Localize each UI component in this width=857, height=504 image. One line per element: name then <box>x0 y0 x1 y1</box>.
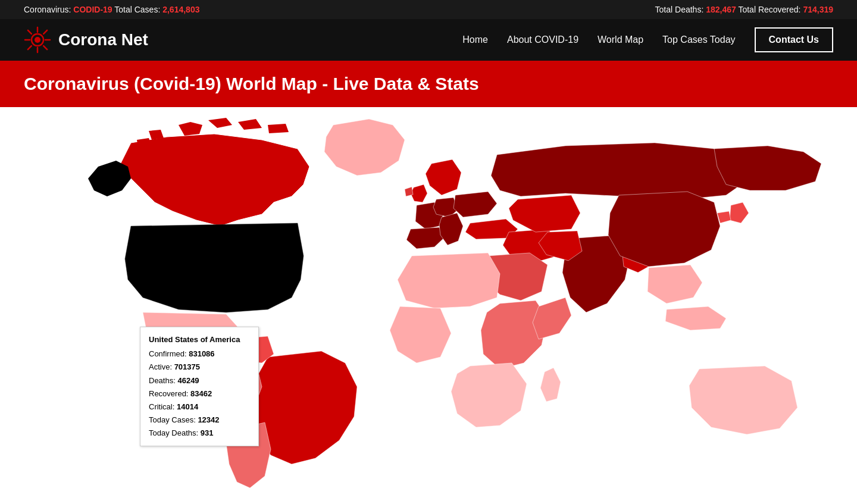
tooltip-recovered: Recovered: 83462 <box>149 387 250 400</box>
contact-button[interactable]: Contact Us <box>755 27 833 52</box>
nav-topcases[interactable]: Top Cases Today <box>662 35 735 45</box>
svg-line-9 <box>28 46 32 49</box>
world-map-svg <box>0 107 857 494</box>
navbar: Corona Net Home About COVID-19 World Map… <box>0 19 857 61</box>
nav-about[interactable]: About COVID-19 <box>507 35 578 45</box>
tooltip-active: Active: 701375 <box>149 361 250 374</box>
nav-links: Home About COVID-19 World Map Top Cases … <box>462 27 833 52</box>
hero-title: Coronavirus (Covid-19) World Map - Live … <box>24 74 833 94</box>
svg-line-7 <box>43 46 47 49</box>
logo-text: Corona Net <box>58 30 148 49</box>
logo-icon <box>24 26 51 54</box>
nav-worldmap[interactable]: World Map <box>598 35 643 45</box>
tooltip-country: United States of America <box>149 333 250 346</box>
nav-home[interactable]: Home <box>462 35 488 45</box>
recovered-label: Total Recovered: <box>738 5 800 14</box>
svg-point-1 <box>35 37 40 43</box>
tooltip-today-cases: Today Cases: 12342 <box>149 414 250 427</box>
deaths-value: 182,467 <box>706 5 736 14</box>
recovered-value: 714,319 <box>803 5 833 14</box>
map-container: United States of America Confirmed: 8310… <box>0 107 857 494</box>
tooltip-critical: Critical: 14014 <box>149 400 250 414</box>
logo: Corona Net <box>24 26 148 54</box>
tooltip-confirmed: Confirmed: 831086 <box>149 348 250 361</box>
tooltip-today-deaths: Today Deaths: 931 <box>149 427 250 440</box>
stats-left: Coronavirus: CODID-19 Total Cases: 2,614… <box>24 5 199 14</box>
hero-banner: Coronavirus (Covid-19) World Map - Live … <box>0 61 857 107</box>
deaths-label: Total Deaths: <box>655 5 704 14</box>
country-tooltip: United States of America Confirmed: 8310… <box>140 327 259 446</box>
svg-line-6 <box>28 30 32 34</box>
svg-line-8 <box>43 30 47 34</box>
tooltip-deaths: Deaths: 46249 <box>149 374 250 387</box>
stats-right: Total Deaths: 182,467 Total Recovered: 7… <box>655 5 833 14</box>
stats-bar: Coronavirus: CODID-19 Total Cases: 2,614… <box>0 0 857 19</box>
